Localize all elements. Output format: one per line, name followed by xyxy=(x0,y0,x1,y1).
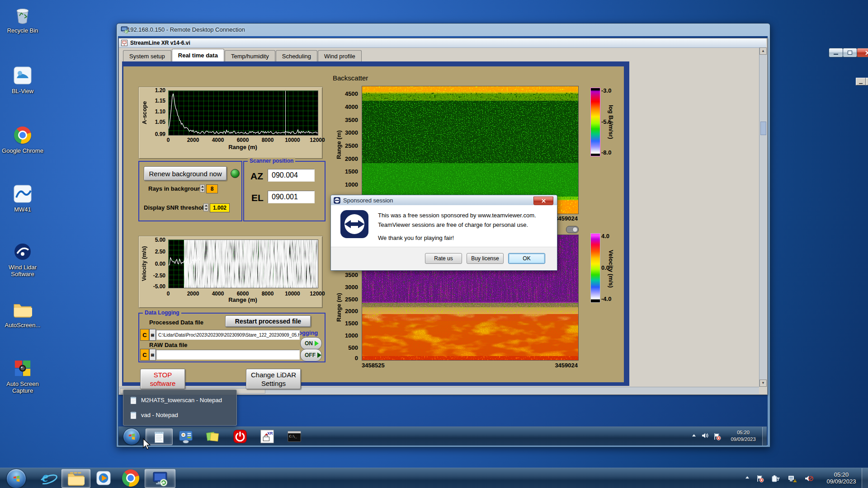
taskbar-media-player[interactable] xyxy=(90,469,117,487)
taskbar-internet-explorer[interactable]: e xyxy=(34,469,61,487)
velocity-xlabel: Range (m) xyxy=(213,296,272,303)
tray-network-warning[interactable] xyxy=(788,474,797,483)
dialog-close-button[interactable] xyxy=(533,197,553,205)
folder-icon xyxy=(2,299,43,320)
desktop-icon-label: Wind Lidar Software xyxy=(2,264,43,277)
change-lidar-settings-button[interactable]: Change LiDAR Settings xyxy=(246,369,301,389)
clock-date: 09/09/2023 xyxy=(822,478,861,485)
tab-system-setup[interactable]: System setup xyxy=(123,50,171,61)
remote-taskbar-sticky-notes[interactable] xyxy=(200,428,226,444)
remote-taskbar-command-prompt[interactable]: C:\_ xyxy=(281,428,307,444)
velocity-plot xyxy=(168,239,318,288)
on-label: ON xyxy=(305,340,313,347)
backscatter-ylabel: Range (m) xyxy=(335,108,342,181)
hidden-toggle-switch[interactable] xyxy=(566,226,579,233)
tab-wind-profile[interactable]: Wind profile xyxy=(318,50,362,61)
rdc-window-title: 192.168.0.150 - Remote Desktop Connectio… xyxy=(127,26,245,33)
desktop-icon-label: MW41 xyxy=(2,206,43,213)
desktop-icon-label: Recycle Bin xyxy=(2,27,43,34)
recycle-bin-icon xyxy=(2,5,43,25)
taskbar-remote-desktop[interactable] xyxy=(145,469,175,488)
mw41-icon xyxy=(2,183,43,204)
raw-logging-toggle-off[interactable]: OFF xyxy=(300,349,322,361)
remote-tray-hidden-icons-arrow[interactable] xyxy=(691,432,697,439)
rays-spinner[interactable] xyxy=(200,184,205,192)
raw-path-type-icon[interactable]: ▤ xyxy=(149,349,156,361)
remote-taskbar: XRC:\_05:2009/09/2023 xyxy=(118,427,767,446)
main-taskbar: e05:2009/09/2023 xyxy=(0,468,868,488)
processed-logging-toggle-on[interactable]: ON xyxy=(300,337,322,350)
screen: Recycle BinBL-ViewGoogle ChromeMW41Wind … xyxy=(0,0,868,488)
tray-battery-plug[interactable] xyxy=(771,474,780,483)
remote-tray-action-center-flag[interactable] xyxy=(713,432,721,441)
show-desktop-button[interactable] xyxy=(862,468,868,488)
desktop-icon-auto-screen-capture[interactable]: Auto Screen Capture xyxy=(2,358,43,394)
el-value-field[interactable]: 090.001 xyxy=(268,191,315,203)
popup-item-label: M2HATS_towerscan - Notepad xyxy=(141,397,222,404)
snr-spinner[interactable] xyxy=(203,203,208,211)
remote-taskbar-labview-xr[interactable]: XR xyxy=(254,428,280,444)
tab-real-time-data[interactable]: Real time data xyxy=(172,49,224,61)
popup-item-1[interactable]: M2HATS_towerscan - Notepad xyxy=(123,393,236,408)
popup-item-2[interactable]: vad - Notepad xyxy=(123,408,236,422)
desktop-icon-chrome[interactable]: Google Chrome xyxy=(2,125,43,154)
tab-scheduling[interactable]: Scheduling xyxy=(276,50,317,61)
ascope-xlabel: Range (m) xyxy=(213,144,272,150)
remote-taskbar-stop-vi[interactable] xyxy=(227,428,253,444)
desktop-icon-label: Google Chrome xyxy=(2,147,43,154)
rays-value[interactable]: 8 xyxy=(206,184,218,193)
desktop-icon-wind-lidar[interactable]: Wind Lidar Software xyxy=(2,241,43,277)
rdc-minimize-button[interactable] xyxy=(829,48,843,57)
clock-time: 05:20 xyxy=(822,471,861,478)
desktop-icon-recycle-bin[interactable]: Recycle Bin xyxy=(2,5,43,34)
tray-hidden-icons-arrow[interactable] xyxy=(744,474,750,481)
vertical-scrollbar[interactable]: ▲ ▼ xyxy=(759,47,767,387)
remote-clock[interactable]: 05:2009/09/2023 xyxy=(726,429,760,443)
rdc-restore-button[interactable] xyxy=(843,48,857,57)
remote-tray-volume[interactable] xyxy=(702,432,709,439)
ascope-cursor-line[interactable] xyxy=(285,91,286,135)
labview-vi-icon xyxy=(121,40,127,46)
desktop-icon-label: AutoScreen... xyxy=(2,322,43,328)
snr-value[interactable]: 1.002 xyxy=(210,203,230,212)
remote-start-button[interactable] xyxy=(123,428,140,445)
dialog-body: This was a free session sponsored by www… xyxy=(331,205,557,247)
remote-show-desktop-button[interactable] xyxy=(762,427,767,446)
on-led-arrow xyxy=(315,341,319,346)
renew-background-button[interactable]: Renew background now xyxy=(144,166,227,181)
tray-action-center-flag[interactable] xyxy=(756,474,764,483)
stop-software-button[interactable]: STOP software xyxy=(140,369,185,389)
streamline-titlebar[interactable]: StreamLine XR v14-6.vi ▁ ▢ ✕ xyxy=(119,38,766,48)
tab-strip: System setupReal time dataTemp/humidityS… xyxy=(123,49,362,61)
taskbar-clock[interactable]: 05:2009/09/2023 xyxy=(822,471,861,485)
vertical-scrollbar-thumb[interactable] xyxy=(760,122,766,135)
ok-button[interactable]: OK xyxy=(508,253,545,264)
data-logging-title: Data Logging xyxy=(143,310,181,316)
desktop-icon-folder[interactable]: AutoScreen... xyxy=(2,299,43,328)
start-button[interactable] xyxy=(6,469,26,488)
off-led-arrow xyxy=(317,352,321,358)
taskbar-chrome[interactable] xyxy=(118,469,144,487)
rdc-close-button[interactable] xyxy=(857,48,868,57)
processed-drive-box[interactable]: C xyxy=(140,329,149,341)
remote-taskbar-control-panel[interactable] xyxy=(173,428,199,444)
rate-us-button[interactable]: Rate us xyxy=(425,253,462,264)
tray-volume-muted[interactable] xyxy=(804,474,813,483)
desktop-icon-bl-view[interactable]: BL-View xyxy=(2,65,43,94)
streamline-minimize-button[interactable]: ▁ xyxy=(856,78,866,85)
desktop-icon-mw41[interactable]: MW41 xyxy=(2,183,43,213)
streamline-maximize-button[interactable]: ▢ xyxy=(866,78,868,85)
taskbar-windows-explorer[interactable] xyxy=(61,469,90,488)
raw-drive-box[interactable]: C xyxy=(140,349,149,361)
tab-temp-humidity[interactable]: Temp/humidity xyxy=(225,50,275,61)
dialog-titlebar[interactable]: Sponsored session xyxy=(331,195,557,206)
buy-license-button[interactable]: Buy license xyxy=(467,253,504,264)
processed-path-type-icon[interactable]: ▤ xyxy=(149,329,156,341)
restart-processed-file-button[interactable]: Restart processed file xyxy=(225,315,311,327)
velocity-ylabel: Velocity (m/s) xyxy=(141,239,147,288)
az-value-field[interactable]: 090.004 xyxy=(268,169,315,182)
change-line1: Change LiDAR xyxy=(251,371,296,379)
processed-path-field[interactable]: C:\Lidar\Data\Proc\2023\202309\20230909\… xyxy=(156,330,300,340)
rdc-titlebar[interactable]: 192.168.0.150 - Remote Desktop Connectio… xyxy=(116,23,769,36)
raw-path-field[interactable] xyxy=(156,350,300,360)
